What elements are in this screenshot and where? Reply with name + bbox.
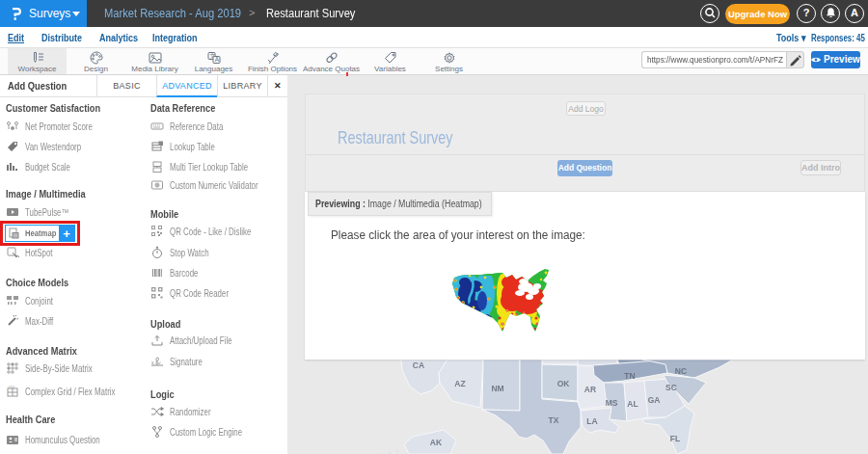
svg-text:TN: TN (624, 371, 635, 381)
svg-text:AL: AL (627, 399, 637, 409)
svg-text:NM: NM (491, 384, 503, 393)
svg-text:A: A (214, 56, 219, 63)
svg-text:x: x (151, 360, 154, 365)
svg-text:AZ: AZ (454, 379, 465, 388)
svg-text:AR: AR (584, 385, 596, 394)
svg-text:SC: SC (665, 383, 677, 392)
svg-text:NC: NC (675, 366, 687, 376)
svg-text:TX: TX (549, 415, 559, 425)
svg-text:CA: CA (413, 361, 424, 370)
svg-text:LA: LA (586, 416, 597, 426)
svg-text:MS: MS (606, 398, 618, 408)
svg-text:AK: AK (430, 438, 443, 447)
svg-text:OK: OK (557, 379, 571, 388)
svg-text:GA: GA (648, 395, 661, 405)
svg-text:010: 010 (9, 385, 15, 389)
svg-text:FL: FL (670, 434, 680, 443)
